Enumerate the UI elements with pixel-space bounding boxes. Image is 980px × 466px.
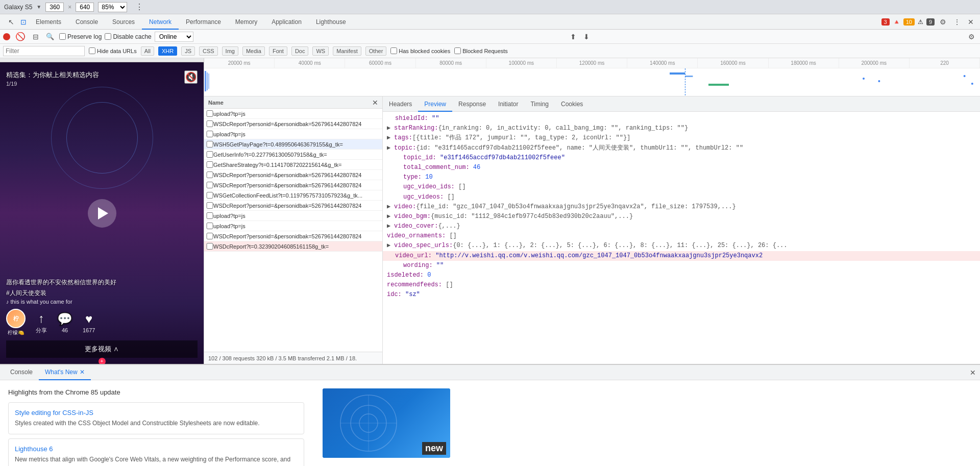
disable-cache-checkbox[interactable] (105, 33, 111, 40)
blocked-requests-label[interactable]: Blocked Requests (454, 47, 508, 54)
request-checkbox-5[interactable] (206, 161, 213, 168)
tab-console-bottom[interactable]: Console (4, 365, 39, 380)
article-item-1[interactable]: Lighthouse 6 New metrics that align with… (8, 438, 304, 466)
request-checkbox-3[interactable] (206, 141, 213, 148)
throttle-select[interactable]: Online Slow 3G Fast 3G Offline (155, 32, 193, 42)
more-videos-button[interactable]: 更多视频 ∧ (6, 340, 198, 358)
request-list-scroll[interactable]: upload?tp=js WSDcReport?personid=&person… (204, 109, 382, 352)
tab-console[interactable]: Console (68, 14, 105, 30)
tab-headers[interactable]: Headers (383, 96, 418, 112)
tab-response[interactable]: Response (452, 96, 492, 112)
filter-css-button[interactable]: CSS (199, 46, 218, 56)
close-bottom-panel-button[interactable]: ✕ (970, 369, 980, 377)
request-item-10[interactable]: upload?tp=js (204, 211, 382, 221)
json-line-video[interactable]: ▶video: {file_id: "gzc_1047_1047_0b53o4f… (387, 202, 976, 212)
request-checkbox-4[interactable] (206, 151, 213, 158)
record-button[interactable] (3, 33, 10, 40)
request-item-13[interactable]: WSDcReport?t=0.323902046085161158g_tk= (204, 241, 382, 252)
request-checkbox-11[interactable] (206, 223, 213, 229)
clear-button[interactable]: 🚫 (13, 31, 28, 42)
request-checkbox-7[interactable] (206, 182, 213, 188)
tab-whats-new[interactable]: What's New ✕ (39, 365, 91, 380)
request-item-4[interactable]: GetUserInfo?t=0.22779613005079158&g_tk= (204, 150, 382, 160)
disable-cache-label[interactable]: Disable cache (105, 33, 151, 40)
preserve-log-label[interactable]: Preserve log (59, 33, 102, 40)
hide-data-urls-checkbox[interactable] (89, 47, 95, 54)
request-checkbox-9[interactable] (206, 202, 213, 209)
filter-button[interactable]: ⊟ (31, 32, 41, 42)
article-item-0[interactable]: Style editing for CSS-in-JS Styles creat… (8, 402, 304, 434)
close-detail-button[interactable]: ✕ (372, 99, 378, 107)
request-checkbox-2[interactable] (206, 131, 213, 137)
width-input[interactable]: 360 (45, 3, 64, 12)
tab-initiator[interactable]: Initiator (492, 96, 524, 112)
responsive-icon[interactable]: ⊡ (18, 18, 29, 26)
has-blocked-cookies-label[interactable]: Has blocked cookies (390, 47, 450, 54)
device-dropdown-icon[interactable]: ▼ (36, 4, 41, 10)
json-line-topic[interactable]: ▶topic: {id: "e31f1465accdf97db4ab211002… (387, 143, 976, 153)
tab-cookies[interactable]: Cookies (555, 96, 589, 112)
search-button[interactable]: 🔍 (44, 32, 56, 41)
tab-performance[interactable]: Performance (179, 14, 228, 30)
filter-xhr-button[interactable]: XHR (158, 46, 177, 56)
filter-media-button[interactable]: Media (242, 46, 265, 56)
like-action[interactable]: ♥ 1677 (83, 312, 95, 333)
request-item-9[interactable]: WSDcReport?personid=&personidbak=5267961… (204, 201, 382, 211)
tab-timing[interactable]: Timing (524, 96, 555, 112)
tab-network[interactable]: Network (142, 14, 179, 30)
request-checkbox-6[interactable] (206, 171, 213, 178)
preserve-log-checkbox[interactable] (59, 33, 66, 40)
user-avatar-item[interactable]: 柠 + 柠檬🍋 (6, 309, 26, 336)
request-checkbox-13[interactable] (206, 243, 213, 250)
json-line-video-bgm[interactable]: ▶video_bgm: {music_id: "1112_984c1efb977… (387, 212, 976, 222)
filter-input[interactable] (3, 46, 85, 56)
request-item-2[interactable]: upload?tp=js (204, 129, 382, 139)
request-checkbox-1[interactable] (206, 120, 213, 127)
tab-lighthouse[interactable]: Lighthouse (309, 14, 353, 30)
request-item-7[interactable]: WSDcReport?personid=&personidbak=5267961… (204, 180, 382, 190)
comment-action[interactable]: 💬 46 (57, 312, 72, 333)
request-item-3[interactable]: WSH5GetPlayPage?t=0.4899506463679155&g_t… (204, 139, 382, 150)
close-whats-new-button[interactable]: ✕ (80, 364, 85, 380)
tab-memory[interactable]: Memory (228, 14, 264, 30)
tab-application[interactable]: Application (264, 14, 309, 30)
request-checkbox-12[interactable] (206, 233, 213, 239)
filter-doc-button[interactable]: Doc (291, 46, 309, 56)
cursor-icon[interactable]: ↖ (4, 18, 18, 26)
request-item-5[interactable]: GetShareStrategy?t=0.11417087202215614&g… (204, 160, 382, 170)
filter-all-button[interactable]: All (141, 46, 154, 56)
request-item-1[interactable]: WSDcReport?personid=&personidbak=5267961… (204, 119, 382, 129)
filter-other-button[interactable]: Other (365, 46, 387, 56)
import-har-button[interactable]: ⬇ (581, 32, 592, 42)
request-item-11[interactable]: upload?tp=js (204, 221, 382, 231)
filter-img-button[interactable]: Img (222, 46, 238, 56)
json-line-video-spec-urls[interactable]: ▶video_spec_urls: {0: {...}, 1: {...}, 2… (387, 241, 976, 251)
request-item-0[interactable]: upload?tp=js (204, 109, 382, 119)
sound-button[interactable]: 🔇 (184, 70, 198, 84)
export-har-button[interactable]: ⬆ (568, 32, 578, 42)
request-item-6[interactable]: WSDcReport?personid=&personidbak=5267961… (204, 170, 382, 180)
blocked-requests-checkbox[interactable] (454, 47, 461, 54)
filter-manifest-button[interactable]: Manifest (333, 46, 361, 56)
filter-font-button[interactable]: Font (269, 46, 287, 56)
more-icon[interactable]: ⋮ (135, 2, 143, 12)
request-checkbox-8[interactable] (206, 192, 213, 199)
tab-sources[interactable]: Sources (105, 14, 142, 30)
close-devtools-button[interactable]: ✕ (966, 17, 976, 27)
settings-expand-button[interactable]: ⚙ (966, 32, 977, 42)
filter-js-button[interactable]: JS (181, 46, 195, 56)
json-line-tags[interactable]: ▶tags: [{title: "作品 172", jumpurl: "", t… (387, 133, 976, 143)
request-item-8[interactable]: WSGetCollectionFeedList?t=0.119795757310… (204, 190, 382, 201)
share-action[interactable]: ↑ 分享 (36, 311, 47, 334)
filter-ws-button[interactable]: WS (312, 46, 329, 56)
tab-elements[interactable]: Elements (29, 14, 68, 30)
request-checkbox-0[interactable] (206, 110, 213, 117)
height-input[interactable]: 640 (76, 3, 94, 12)
settings-button[interactable]: ⚙ (938, 17, 948, 27)
video-card[interactable]: new (323, 388, 450, 458)
json-line-starRanking[interactable]: ▶starRanking: {in_ranking: 0, in_activit… (387, 124, 976, 133)
hide-data-urls-label[interactable]: Hide data URLs (89, 47, 137, 54)
tab-preview[interactable]: Preview (418, 96, 452, 112)
zoom-select[interactable]: 85% 100% 75% (98, 2, 127, 12)
request-checkbox-10[interactable] (206, 212, 213, 219)
